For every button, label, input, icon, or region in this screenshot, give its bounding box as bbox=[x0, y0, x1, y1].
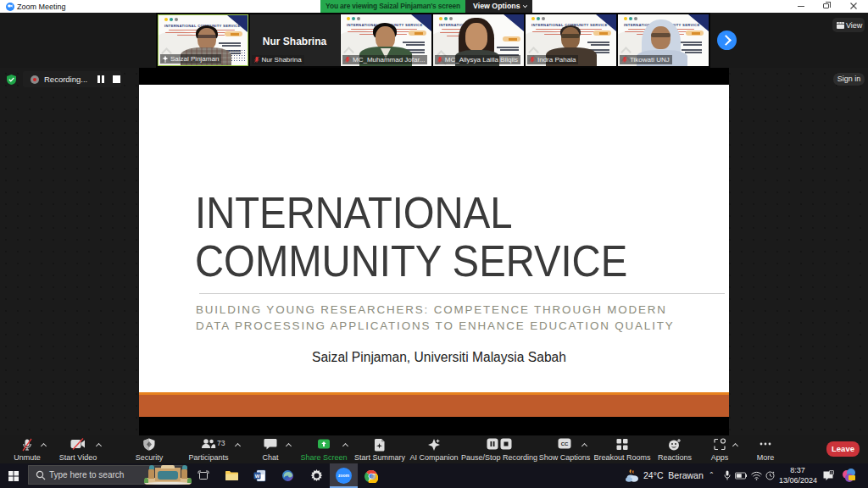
svg-text:CC: CC bbox=[561, 441, 569, 446]
svg-text:W: W bbox=[255, 474, 260, 479]
